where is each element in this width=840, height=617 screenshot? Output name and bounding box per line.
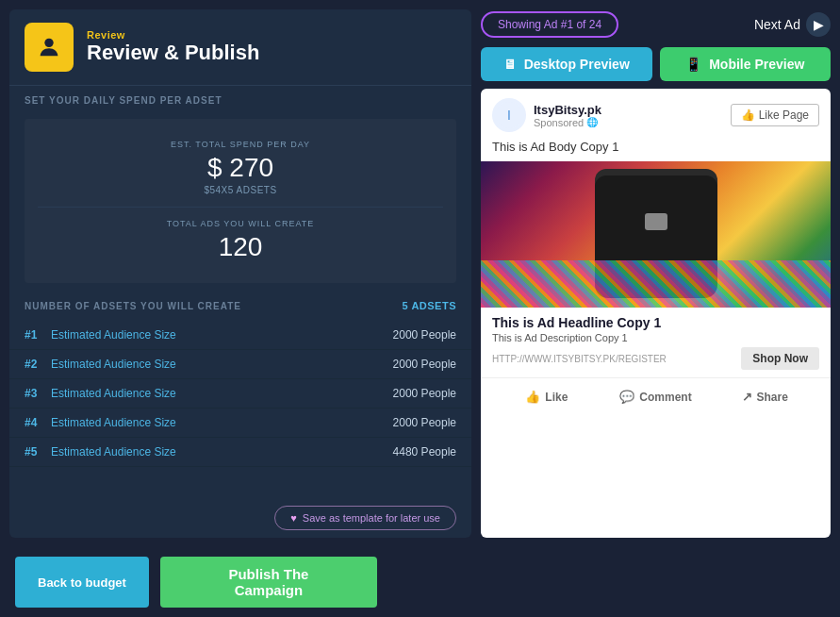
adset-row: #5 Estimated Audience Size 4480 People (9, 438, 471, 467)
ad-image (481, 161, 831, 308)
mobile-icon: 📱 (685, 57, 701, 72)
adsets-header: NUMBER OF ADSETS YOU WILL CREATE 5 ADSET… (9, 291, 471, 317)
save-template-button[interactable]: ♥ Save as template for later use (274, 506, 456, 530)
desktop-preview-button[interactable]: 🖥 Desktop Preview (481, 47, 652, 81)
heart-icon: ♥ (290, 512, 297, 524)
adsets-section-label: NUMBER OF ADSETS YOU WILL CREATE (25, 301, 241, 311)
adset-people: 4480 People (393, 445, 456, 459)
adsets-sublabel: $54X5 ADSETS (204, 185, 276, 195)
paisley-background (481, 260, 831, 308)
review-icon (25, 23, 74, 72)
left-panel: Review Review & Publish SET YOUR DAILY S… (9, 9, 471, 538)
like-action[interactable]: 👍 Like (492, 386, 601, 408)
header-subtitle: Review (87, 29, 259, 41)
like-page-button[interactable]: 👍 Like Page (731, 104, 819, 126)
adset-people: 2000 People (393, 387, 456, 400)
save-template-row: ♥ Save as template for later use (9, 498, 471, 538)
adset-row: #3 Estimated Audience Size 2000 People (9, 379, 471, 409)
adset-name: Estimated Audience Size (51, 328, 393, 342)
right-panel: Showing Ad #1 of 24 Next Ad ▶ 🖥 Desktop … (481, 9, 831, 538)
back-to-budget-button[interactable]: Back to budget (15, 557, 149, 608)
adset-row: #1 Estimated Audience Size 2000 People (9, 321, 471, 350)
adset-name: Estimated Audience Size (51, 387, 393, 400)
footer: Back to budget Publish The Campaign (0, 547, 840, 617)
total-ads-label: TOTAL ADS YOU WILL CREATE (167, 219, 315, 228)
ad-card-header: I ItsyBitsy.pk Sponsored 🌐 👍 Like Page (481, 89, 831, 138)
ad-body-copy: This is Ad Body Copy 1 (481, 138, 831, 161)
comment-action[interactable]: 💬 Comment (601, 386, 711, 408)
adset-list: #1 Estimated Audience Size 2000 People #… (9, 317, 471, 498)
panel-header: Review Review & Publish (9, 9, 471, 86)
stats-box: EST. TOTAL SPEND PER DAY $ 270 $54X5 ADS… (25, 119, 456, 283)
svg-text:I: I (507, 108, 511, 123)
avatar-icon: I (496, 102, 522, 128)
share-action-label: Share (757, 391, 788, 404)
adsets-count-badge: 5 ADSETS (403, 300, 456, 311)
adset-name: Estimated Audience Size (51, 416, 393, 429)
globe-icon: 🌐 (586, 117, 598, 127)
adset-num: #1 (25, 328, 51, 342)
share-action[interactable]: ↗ Share (710, 386, 819, 408)
svg-point-0 (44, 39, 53, 47)
share-icon: ↗ (742, 390, 752, 404)
ad-image-inner (481, 161, 831, 308)
mobile-preview-button[interactable]: 📱 Mobile Preview (660, 47, 832, 81)
adset-num: #5 (25, 445, 51, 459)
ad-bottom: This is Ad Headline Copy 1 This is Ad De… (481, 308, 831, 378)
avatar: I (492, 98, 526, 132)
total-ads-value: 120 (219, 232, 263, 262)
adset-name: Estimated Audience Size (51, 358, 393, 371)
est-spend-row: EST. TOTAL SPEND PER DAY $ 270 $54X5 ADS… (38, 132, 443, 203)
ad-actions: 👍 Like 💬 Comment ↗ Share (481, 378, 831, 415)
header-text: Review Review & Publish (87, 29, 259, 65)
est-spend-label: EST. TOTAL SPEND PER DAY (171, 140, 310, 149)
adset-row: #2 Estimated Audience Size 2000 People (9, 350, 471, 379)
adset-people: 2000 People (393, 358, 456, 371)
like-page-label: Like Page (759, 108, 809, 122)
preview-buttons: 🖥 Desktop Preview 📱 Mobile Preview (481, 47, 831, 81)
ad-url: HTTP://WWW.ITSYBITSY.PK/REGISTER (492, 354, 667, 364)
spend-section-label: SET YOUR DAILY SPEND PER ADSET (9, 86, 471, 111)
shop-now-button[interactable]: Shop Now (741, 347, 819, 370)
comment-icon: 💬 (619, 390, 634, 404)
ad-profile: I ItsyBitsy.pk Sponsored 🌐 (492, 98, 601, 132)
ad-page-name: ItsyBitsy.pk (534, 103, 601, 117)
publish-campaign-button[interactable]: Publish The Campaign (160, 557, 377, 608)
ad-indicator: Showing Ad #1 of 24 (481, 11, 618, 38)
save-template-label: Save as template for later use (303, 512, 440, 524)
next-ad-button[interactable]: Next Ad ▶ (754, 12, 831, 37)
desktop-preview-label: Desktop Preview (524, 57, 630, 72)
person-icon (36, 34, 62, 60)
ad-preview-card: I ItsyBitsy.pk Sponsored 🌐 👍 Like Page (481, 89, 831, 538)
like-icon: 👍 (525, 390, 540, 404)
adset-people: 2000 People (393, 416, 456, 429)
like-action-label: Like (545, 391, 568, 404)
bag-clasp (645, 213, 667, 230)
ad-description: This is Ad Description Copy 1 (492, 332, 819, 343)
adset-row: #4 Estimated Audience Size 2000 People (9, 409, 471, 438)
ad-navigation: Showing Ad #1 of 24 Next Ad ▶ (481, 9, 831, 40)
adset-num: #2 (25, 358, 51, 371)
adset-num: #3 (25, 387, 51, 400)
mobile-preview-label: Mobile Preview (709, 57, 804, 72)
total-ads-row: TOTAL ADS YOU WILL CREATE 120 (38, 211, 443, 270)
adset-num: #4 (25, 416, 51, 429)
monitor-icon: 🖥 (503, 57, 517, 72)
ad-url-row: HTTP://WWW.ITSYBITSY.PK/REGISTER Shop No… (492, 347, 819, 370)
adset-name: Estimated Audience Size (51, 445, 393, 459)
comment-action-label: Comment (639, 391, 691, 404)
ad-page-info: ItsyBitsy.pk Sponsored 🌐 (534, 103, 601, 128)
adset-people: 2000 People (393, 328, 456, 342)
thumb-up-icon: 👍 (741, 108, 755, 122)
next-ad-label: Next Ad (754, 17, 800, 32)
next-arrow-icon: ▶ (806, 12, 831, 37)
ad-headline: This is Ad Headline Copy 1 (492, 315, 819, 330)
page-title: Review & Publish (87, 41, 259, 65)
est-spend-value: $ 270 (207, 153, 273, 183)
ad-sponsored: Sponsored 🌐 (534, 117, 601, 128)
